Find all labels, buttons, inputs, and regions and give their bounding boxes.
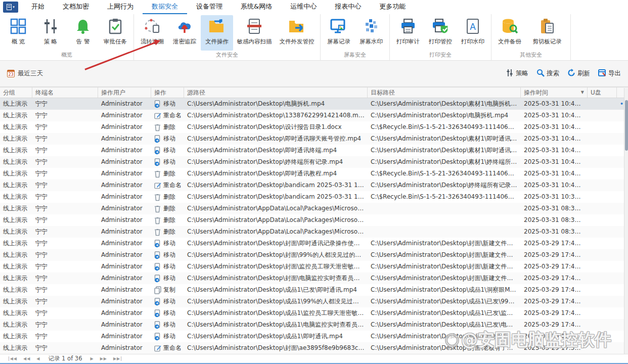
target-path-cell: C:\$Recycle.Bin\S-1-5-21-326340493-11140…	[368, 168, 521, 179]
app-window: ▾ 开始文档加密上网行为数据安全设备管理系统&网络运维中心报表中心更多功能 概 …	[0, 0, 628, 364]
column-header-6[interactable]: 目标路径	[368, 87, 521, 98]
column-header-2[interactable]: 终端名	[32, 87, 98, 98]
pager-last-button[interactable]: ▶▶|	[113, 356, 122, 361]
menu-tab-5[interactable]: 设备管理	[187, 0, 232, 14]
toolbar-action-4[interactable]: 导出	[598, 69, 621, 78]
ribbon-button-file-backup[interactable]: 文件备份	[494, 15, 526, 51]
pager-first-button[interactable]: |◀◀	[8, 356, 17, 361]
ribbon-button-alert-bell[interactable]: 告 警	[67, 15, 99, 51]
date-filter[interactable]: 23 最近三天	[7, 69, 43, 78]
column-header-8[interactable]: U盘	[588, 87, 617, 98]
table-row[interactable]: 线上演示宁宁Administrator删除C:\Users\Administra…	[0, 168, 628, 179]
ribbon-button-label: 屏幕记录	[327, 38, 350, 46]
operation-cell: 移动	[151, 249, 184, 261]
move-icon	[154, 147, 161, 154]
table-row[interactable]: 线上演示宁宁Administrator移动C:\Users\Administra…	[0, 156, 628, 168]
target-path-cell: C:\Users\Administrator\Desktop\电脑拆机.mp4	[368, 110, 521, 121]
move-icon	[154, 240, 161, 247]
vertical-scrollbar[interactable]	[624, 88, 628, 354]
table-row[interactable]: 线上演示宁宁Administrator重命名C:\Users\Administr…	[0, 110, 628, 121]
ribbon-button-print-watermark[interactable]: A打印水印	[457, 15, 489, 51]
table-row[interactable]: 线上演示宁宁Administrator移动C:\Users\Administra…	[0, 249, 628, 261]
time-cell: 2025-03-31 10:44:45	[521, 98, 588, 110]
ribbon-button-sensitive-scan[interactable]: 敏感内容扫描	[233, 15, 276, 51]
user-cell: Administrator	[98, 261, 151, 272]
ribbon-button-screen-watermark[interactable]: 屏幕水印	[355, 15, 387, 51]
menu-tab-8[interactable]: 报表中心	[326, 0, 370, 14]
table-row[interactable]: 线上演示宁宁Administrator移动C:\Users\Administra…	[0, 133, 628, 145]
toolbar-action-3[interactable]: 刷新	[567, 69, 590, 78]
table-row[interactable]: 线上演示宁宁Administrator删除C:\Users\Administra…	[0, 121, 628, 133]
target-path-cell: C:\Users\Administrator\Desktop\素材1\婷终端所有…	[368, 156, 521, 168]
ribbon-button-file-outgoing[interactable]: 文件外发管控	[276, 15, 318, 51]
ribbon-button-file-operations[interactable]: 文件操作	[201, 15, 233, 51]
menu-tab-7[interactable]: 运维中心	[281, 0, 326, 14]
pager-fast-prev-button[interactable]: ◀◀	[23, 356, 30, 361]
ribbon-group-2: 流转追溯泄密追踪文件操作敏感内容扫描文件外发管控文件安全	[134, 14, 321, 60]
ribbon-button-label: 策 略	[44, 38, 58, 46]
column-header-1[interactable]: 分组	[0, 87, 32, 98]
menu-tab-9[interactable]: 更多功能	[370, 0, 415, 14]
ribbon-button-print-audit[interactable]: 打印审计	[392, 15, 424, 51]
ribbon-button-screen-record[interactable]: 屏幕记录	[323, 15, 355, 51]
menu-tab-4[interactable]: 数据安全	[143, 0, 187, 14]
table-row[interactable]: 线上演示宁宁Administrator移动C:\Users\Administra…	[0, 261, 628, 272]
toolbar-action-2[interactable]: 搜索	[536, 69, 559, 78]
time-cell: 2025-03-31 10:44:20	[521, 156, 588, 168]
ribbon-button-clipboard-record[interactable]: 剪切板记录	[526, 15, 568, 51]
table-row[interactable]: 线上演示宁宁Administrator重命名C:\Users\Administr…	[0, 179, 628, 191]
user-cell: Administrator	[98, 249, 151, 261]
table-row[interactable]: 线上演示宁宁Administrator删除C:\Users\Administra…	[0, 226, 628, 238]
source-path-cell: C:\Users\Administrator\Desktop\bandicam …	[184, 179, 368, 191]
toolbar-action-1[interactable]: 策略	[506, 69, 528, 78]
ribbon-button-overview-grid[interactable]: 概 览	[2, 15, 34, 51]
ribbon-button-policy-sliders[interactable]: 策 略	[34, 15, 67, 51]
ribbon-group-label: 屏幕安全	[323, 51, 387, 60]
pager-next-button[interactable]: ▶	[90, 356, 94, 361]
svg-text:A: A	[470, 22, 476, 32]
source-path-cell: C:\Users\Administrator\Desktop\成品1\监控员工聊…	[184, 307, 368, 319]
app-menu-button[interactable]: ▾	[3, 2, 18, 13]
target-path-cell: C:\Users\Administrator\Desktop\成品1\已发\99…	[368, 296, 521, 307]
export-icon	[598, 69, 606, 78]
terminal-cell: 宁宁	[32, 272, 98, 284]
toolbar-action-label: 策略	[516, 69, 528, 78]
table-row[interactable]: 线上演示宁宁Administrator移动C:\Users\Administra…	[0, 296, 628, 307]
ribbon-button-print-control[interactable]: 打印管控	[424, 15, 457, 51]
pager-prev-button[interactable]: ◀	[36, 356, 40, 361]
menu-tab-1[interactable]: 开始	[22, 0, 54, 14]
pager-fast-next-button[interactable]: ▶▶	[100, 356, 107, 361]
ribbon-button-approval-clipboard[interactable]: 审批任务	[99, 15, 131, 51]
ribbon-button-label: 文件操作	[205, 38, 229, 46]
table-row[interactable]: 线上演示宁宁Administrator移动C:\Users\Administra…	[0, 145, 628, 156]
column-header-7[interactable]: 操作时间▼	[521, 87, 588, 98]
ribbon-button-leak-trace[interactable]: 泄密追踪	[168, 15, 201, 51]
table-row[interactable]: 线上演示宁宁Administrator删除C:\Users\Administra…	[0, 214, 628, 226]
table-row[interactable]: 线上演示宁宁Administrator删除C:\Users\Administra…	[0, 191, 628, 203]
column-header-4[interactable]: 操作	[151, 87, 184, 98]
table-row[interactable]: 线上演示宁宁Administrator移动C:\Users\Administra…	[0, 307, 628, 319]
column-header-3[interactable]: 操作用户	[98, 87, 151, 98]
table-row[interactable]: 线上演示宁宁Administrator移动C:\Users\Administra…	[0, 98, 628, 110]
menu-tab-3[interactable]: 上网行为	[98, 0, 143, 14]
usb-cell	[588, 145, 617, 156]
terminal-cell: 宁宁	[32, 145, 98, 156]
usb-cell	[588, 203, 617, 214]
table-row[interactable]: 线上演示宁宁Administrator移动C:\Users\Administra…	[0, 272, 628, 284]
terminal-cell: 宁宁	[32, 307, 98, 319]
group-cell: 线上演示	[0, 226, 32, 238]
table-row[interactable]: 线上演示宁宁Administrator复制C:\Users\Administra…	[0, 284, 628, 296]
table-row[interactable]: 线上演示宁宁Administrator移动C:\Users\Administra…	[0, 238, 628, 249]
column-header-label: 操作用户	[101, 87, 125, 98]
leak-trace-icon	[175, 17, 194, 35]
table-row[interactable]: 线上演示宁宁Administrator删除C:\Users\Administra…	[0, 203, 628, 214]
ribbon-button-label: 告 警	[76, 38, 90, 46]
column-header-5[interactable]: 源路径	[184, 87, 368, 98]
operation-label: 删除	[163, 226, 175, 238]
source-path-cell: C:\Users\Administrator\Desktop\封面\监控员工聊天…	[184, 261, 368, 272]
menu-tab-2[interactable]: 文档加密	[54, 0, 98, 14]
scrollbar-thumb[interactable]	[625, 100, 628, 151]
menu-tab-6[interactable]: 系统&网络	[232, 0, 281, 14]
ribbon-button-flow-trace[interactable]: 流转追溯	[136, 15, 168, 51]
column-header-label: 分组	[3, 87, 15, 98]
